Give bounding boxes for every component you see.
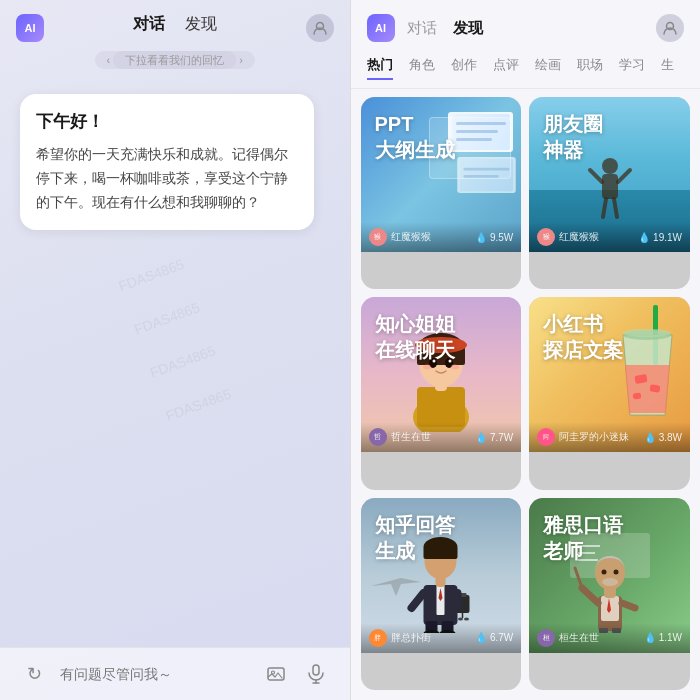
right-ai-badge: AI xyxy=(367,14,395,42)
card-ppt-footer: 猴 红魔猴猴 💧9.5W xyxy=(361,222,522,252)
card-ppt[interactable]: PPT大纲生成 xyxy=(361,97,522,289)
image-icon[interactable] xyxy=(262,660,290,688)
card-zhihu-author: 胖 胖总扑街 xyxy=(369,629,431,647)
card-sister-stat: 💧7.7W xyxy=(475,432,513,443)
card-ielts-title: 雅思口语老师 xyxy=(543,512,623,564)
svg-point-64 xyxy=(602,578,618,586)
person-silhouette xyxy=(585,154,635,224)
card-xiaohongshu-footer: 阿 阿圭罗的小迷妹 💧3.8W xyxy=(529,422,690,452)
card-xiaohongshu[interactable]: 小红书探店文案 阿 阿圭罗的小迷妹 💧3.8W xyxy=(529,297,690,489)
svg-line-49 xyxy=(457,593,458,605)
card-sister[interactable]: 知心姐姐在线聊天 哲 哲生在世 💧7.7W xyxy=(361,297,522,489)
left-ai-label: AI xyxy=(25,22,36,34)
right-panel: AI 对话 发现 热门 角色 创作 点评 绘画 职场 学习 生 PPT大纲生成 xyxy=(351,0,701,700)
left-ai-badge: AI xyxy=(16,14,44,42)
left-header-tabs: 对话 发现 xyxy=(133,14,217,35)
svg-point-24 xyxy=(423,365,431,370)
card-friends-author-name: 红魔猴猴 xyxy=(559,230,599,244)
svg-point-65 xyxy=(601,569,606,574)
card-sister-image: 知心姐姐在线聊天 哲 哲生在世 💧7.7W xyxy=(361,297,522,452)
card-sister-footer: 哲 哲生在世 💧7.7W xyxy=(361,422,522,452)
ppt-line xyxy=(456,122,507,125)
chat-greeting: 下午好！ xyxy=(36,110,298,133)
cat-tab-work[interactable]: 职场 xyxy=(577,56,603,80)
cat-tab-more[interactable]: 生 xyxy=(661,56,674,80)
card-ielts[interactable]: 雅思口语老师 桓 桓生在世 💧1.1W xyxy=(529,498,690,690)
card-ielts-stat: 💧1.1W xyxy=(644,632,682,643)
left-tab-dialog[interactable]: 对话 xyxy=(133,14,165,35)
ppt-line xyxy=(456,130,499,133)
ppt-slide-inner-2 xyxy=(460,159,513,191)
right-tab-dialog[interactable]: 对话 xyxy=(407,19,437,38)
cat-tab-hot[interactable]: 热门 xyxy=(367,56,393,80)
chat-area: 下午好！ 希望你的一天充满快乐和成就。记得偶尔停下来，喝一杯咖啡或茶，享受这个宁… xyxy=(0,78,350,647)
svg-line-59 xyxy=(582,588,598,603)
pull-down-bar: ‹ 下拉看看我们的回忆 › xyxy=(0,49,350,78)
card-friends-title: 朋友圈神器 xyxy=(543,111,603,163)
card-friends-image: 朋友圈神器 猴 红魔猴猴 💧19.1W xyxy=(529,97,690,252)
card-sister-author-name: 哲生在世 xyxy=(391,430,431,444)
card-zhihu-stat-value: 6.7W xyxy=(490,632,513,643)
chat-bubble: 下午好！ 希望你的一天充满快乐和成就。记得偶尔停下来，喝一杯咖啡或茶，享受这个宁… xyxy=(20,94,314,230)
mic-icon[interactable] xyxy=(302,660,330,688)
card-ielts-stat-value: 1.1W xyxy=(659,632,682,643)
svg-rect-8 xyxy=(602,174,618,199)
card-xiaohongshu-author: 阿 阿圭罗的小迷妹 xyxy=(537,428,629,446)
right-ai-label: AI xyxy=(375,22,386,34)
card-xiaohongshu-title: 小红书探店文案 xyxy=(543,311,623,363)
card-zhihu[interactable]: 知乎回答生成 胖 胖总扑街 💧6.7W xyxy=(361,498,522,690)
ppt-slide-2 xyxy=(458,157,517,193)
card-ppt-stat-value: 9.5W xyxy=(490,232,513,243)
right-tab-discover[interactable]: 发现 xyxy=(453,19,483,38)
chat-input[interactable] xyxy=(60,666,250,682)
card-xiaohongshu-avatar: 阿 xyxy=(537,428,555,446)
card-zhihu-title: 知乎回答生成 xyxy=(375,512,455,564)
svg-line-60 xyxy=(622,603,635,608)
card-xiaohongshu-stat: 💧3.8W xyxy=(644,432,682,443)
card-ppt-author-name: 红魔猴猴 xyxy=(391,230,431,244)
card-friends-avatar: 猴 xyxy=(537,228,555,246)
refresh-icon[interactable]: ↻ xyxy=(20,660,48,688)
ppt-line xyxy=(456,138,493,141)
cat-tab-create[interactable]: 创作 xyxy=(451,56,477,80)
card-sister-title: 知心姐姐在线聊天 xyxy=(375,311,455,363)
svg-line-9 xyxy=(590,170,602,182)
card-sister-avatar: 哲 xyxy=(369,428,387,446)
cat-tab-study[interactable]: 学习 xyxy=(619,56,645,80)
svg-rect-14 xyxy=(417,387,465,427)
card-ppt-image: PPT大纲生成 xyxy=(361,97,522,252)
svg-rect-3 xyxy=(313,665,319,675)
card-zhihu-stat: 💧6.7W xyxy=(475,632,513,643)
right-user-icon[interactable] xyxy=(656,14,684,42)
left-user-icon[interactable] xyxy=(306,14,334,42)
svg-point-31 xyxy=(623,329,671,337)
svg-line-12 xyxy=(614,199,617,217)
card-zhihu-image: 知乎回答生成 胖 胖总扑街 💧6.7W xyxy=(361,498,522,653)
cat-tab-role[interactable]: 角色 xyxy=(409,56,435,80)
card-friends[interactable]: 朋友圈神器 猴 红魔猴猴 💧19.1W xyxy=(529,97,690,289)
pull-down-text: 下拉看看我们的回忆 xyxy=(113,51,236,69)
card-xiaohongshu-author-name: 阿圭罗的小迷妹 xyxy=(559,430,629,444)
svg-point-36 xyxy=(464,617,469,620)
card-ppt-title: PPT大纲生成 xyxy=(375,111,455,163)
card-ppt-stat: 💧9.5W xyxy=(475,232,513,243)
svg-line-10 xyxy=(618,170,630,182)
right-header-tabs: 对话 发现 xyxy=(407,19,657,38)
card-zhihu-footer: 胖 胖总扑街 💧6.7W xyxy=(361,623,522,653)
card-ielts-footer: 桓 桓生在世 💧1.1W xyxy=(529,623,690,653)
svg-rect-29 xyxy=(633,393,641,400)
card-sister-author: 哲 哲生在世 xyxy=(369,428,431,446)
cards-grid: PPT大纲生成 xyxy=(351,97,701,700)
left-tab-discover[interactable]: 发现 xyxy=(185,14,217,35)
ppt-slide-1 xyxy=(448,112,513,152)
airplane xyxy=(366,568,426,598)
svg-point-25 xyxy=(451,365,459,370)
card-sister-stat-value: 7.7W xyxy=(490,432,513,443)
cat-tab-paint[interactable]: 绘画 xyxy=(535,56,561,80)
card-xiaohongshu-image: 小红书探店文案 阿 阿圭罗的小迷妹 💧3.8W xyxy=(529,297,690,452)
right-header: AI 对话 发现 xyxy=(351,0,701,56)
card-friends-stat: 💧19.1W xyxy=(638,232,682,243)
svg-line-11 xyxy=(603,199,606,217)
cat-tab-review[interactable]: 点评 xyxy=(493,56,519,80)
card-ppt-author: 猴 红魔猴猴 xyxy=(369,228,431,246)
